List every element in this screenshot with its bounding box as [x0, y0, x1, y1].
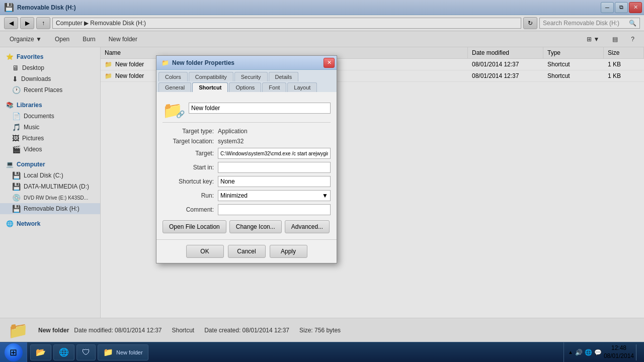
tray-volume-icon[interactable]: 🔊 [575, 349, 583, 356]
target-location-value: system32 [218, 138, 331, 145]
start-button[interactable]: ⊞ [0, 342, 27, 363]
tab-layout[interactable]: Layout [287, 82, 317, 92]
target-row: Target: [163, 148, 331, 159]
run-select[interactable]: Minimized ▼ [218, 190, 331, 201]
taskbar-item-ie[interactable]: 🌐 [53, 344, 74, 360]
dialog-title-icon: 📁 [162, 59, 169, 66]
run-value: Minimized [220, 192, 248, 199]
comment-input[interactable] [218, 204, 331, 215]
tab-compatibility[interactable]: Compatibility [189, 72, 233, 81]
comment-label: Comment: [163, 206, 218, 213]
clock-time: 12:48 [604, 344, 634, 352]
show-desktop-button[interactable] [636, 344, 640, 360]
taskbar-item-folder[interactable]: 📁 New folder [98, 344, 148, 360]
target-location-label: Target location: [163, 138, 218, 145]
cancel-button[interactable]: Cancel [228, 245, 266, 258]
folder-icon-large: 📁 🔗 [163, 99, 183, 117]
taskbar-explorer-icon: 📂 [36, 347, 46, 357]
dialog-close-button[interactable]: ✕ [324, 58, 335, 68]
action-buttons: Open File Location Change Icon... Advanc… [163, 220, 331, 233]
taskbar-ie-icon: 🌐 [59, 347, 69, 357]
tab-shortcut[interactable]: Shortcut [192, 82, 228, 92]
taskbar-tray: ▲ 🔊 🌐 💬 12:48 08/01/2014 [564, 342, 644, 362]
properties-dialog: 📁 New folder Properties ✕ Colors Compati… [156, 55, 337, 263]
tab-row-2: General Shortcut Options Font Layout [158, 82, 335, 92]
apply-button[interactable]: Apply [270, 245, 307, 258]
start-in-input[interactable] [218, 162, 331, 173]
tab-general[interactable]: General [158, 82, 191, 92]
taskbar-items: 📂 🌐 🛡 📁 New folder [27, 342, 564, 362]
run-row: Run: Minimized ▼ [163, 190, 331, 201]
taskbar-item-antivirus[interactable]: 🛡 [76, 344, 96, 360]
target-type-value: Application [218, 128, 331, 135]
taskbar-clock[interactable]: 12:48 08/01/2014 [604, 344, 634, 360]
folder-name-input[interactable] [189, 103, 331, 114]
tray-network-icon[interactable]: 🌐 [585, 349, 592, 356]
tab-row-1: Colors Compatibility Security Details [158, 72, 335, 81]
tray-expand-icon[interactable]: ▲ [568, 349, 573, 355]
tab-security[interactable]: Security [234, 72, 268, 81]
target-location-row: Target location: system32 [163, 138, 331, 145]
shortcut-key-row: Shortcut key: [163, 176, 331, 187]
start-orb: ⊞ [5, 343, 23, 361]
dialog-title-text: New folder Properties [172, 59, 234, 66]
dialog-footer: OK Cancel Apply [156, 239, 337, 263]
taskbar: ⊞ 📂 🌐 🛡 📁 New folder ▲ 🔊 🌐 💬 12:48 08/01… [0, 342, 644, 362]
target-type-row: Target type: Application [163, 128, 331, 135]
tab-details[interactable]: Details [269, 72, 299, 81]
dialog-content: 📁 🔗 Target type: Application Target loca… [156, 93, 337, 239]
taskbar-item-explorer[interactable]: 📂 [30, 344, 51, 360]
clock-date: 08/01/2014 [604, 352, 634, 360]
ok-button[interactable]: OK [186, 245, 224, 258]
dialog-titlebar: 📁 New folder Properties ✕ [156, 56, 337, 70]
target-input[interactable] [218, 148, 331, 159]
run-dropdown-icon: ▼ [322, 192, 328, 199]
taskbar-folder-label: New folder [116, 349, 143, 355]
tab-font[interactable]: Font [262, 82, 286, 92]
start-in-label: Start in: [163, 164, 218, 171]
change-icon-button[interactable]: Change Icon... [229, 220, 282, 233]
tab-options[interactable]: Options [229, 82, 261, 92]
taskbar-folder-icon: 📁 [103, 347, 113, 357]
shortcut-key-input[interactable] [218, 176, 331, 187]
advanced-button[interactable]: Advanced... [285, 220, 330, 233]
target-type-label: Target type: [163, 128, 218, 135]
tab-colors[interactable]: Colors [158, 72, 188, 81]
dialog-title: 📁 New folder Properties [162, 59, 234, 66]
icon-name-row: 📁 🔗 [163, 99, 331, 123]
taskbar-antivirus-icon: 🛡 [82, 348, 90, 357]
tab-strip-outer: Colors Compatibility Security Details Ge… [156, 70, 337, 92]
shortcut-key-label: Shortcut key: [163, 178, 218, 185]
start-in-row: Start in: [163, 162, 331, 173]
target-label: Target: [163, 150, 218, 157]
tray-message-icon[interactable]: 💬 [594, 349, 602, 356]
run-label: Run: [163, 192, 218, 199]
comment-row: Comment: [163, 204, 331, 215]
open-file-location-button[interactable]: Open File Location [163, 220, 226, 233]
